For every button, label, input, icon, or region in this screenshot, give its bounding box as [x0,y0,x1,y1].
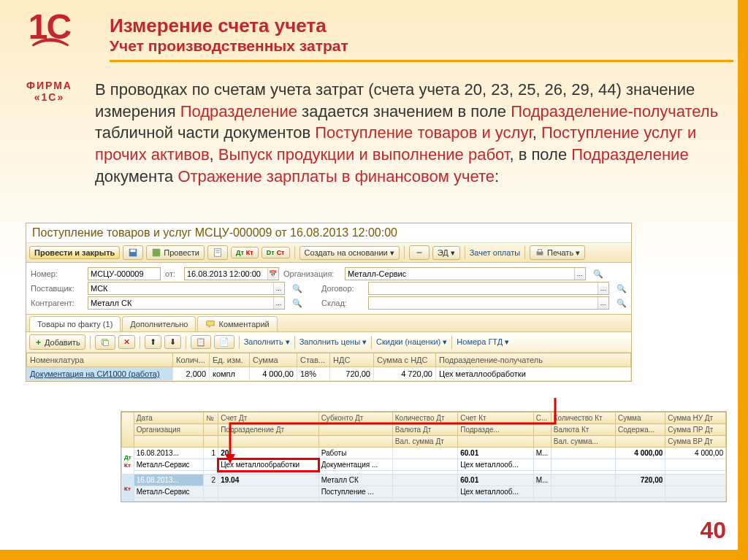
fill-link[interactable]: Заполнить ▾ [244,337,290,347]
cell-qty[interactable]: 2,000 [173,367,210,381]
cell-vat[interactable]: 720,00 [330,367,374,381]
select-icon[interactable]: ... [574,268,584,280]
posting-row[interactable]: ДтКт 16.08.2013... 1 20 Работы 60.01 М..… [122,448,726,459]
cell-num: 2 [204,475,218,486]
col-date[interactable]: Дата [134,413,204,424]
supplier-input[interactable]: МСК... [88,282,285,295]
col-qtydt[interactable]: Количество Дт [392,413,457,424]
search-icon[interactable]: 🔍 [292,284,302,294]
comment-icon [205,319,215,329]
delete-button[interactable]: ✕ [118,335,135,349]
svg-rect-7 [538,250,541,253]
cell-sumvat[interactable]: 4 720,00 [374,367,436,381]
col-sumnu[interactable]: Сумма НУ Дт [665,413,726,424]
attach-button[interactable] [409,245,430,260]
col-unit[interactable]: Ед. изм. [210,353,250,367]
window-title: Поступление товаров и услуг МСЦУ-000009 … [26,223,631,243]
calendar-icon[interactable]: 📅 [267,268,278,280]
cell-sum[interactable]: 4 000,00 [250,367,297,381]
create-based-button[interactable]: Создать на основании ▾ [299,246,400,260]
counterparty-input[interactable]: Металл СК... [88,296,285,310]
down-button[interactable]: ⬇ [164,335,181,349]
cell-accdt: 20 [218,448,318,459]
table-row[interactable]: Документация на СИ1000 (работа) 2,000 ко… [27,367,631,381]
dtkt-button[interactable]: ДтКт [231,247,259,258]
cell-dept[interactable]: Цех металлообработки [436,367,631,381]
clip-button[interactable]: 📄 [214,335,234,349]
col-sumvat[interactable]: Сумма с НДС [374,353,436,367]
col-vat[interactable]: НДС [330,353,374,367]
print-button[interactable]: Печать ▾ [530,245,585,260]
col-deptdt[interactable]: Подразделение Дт [218,424,318,436]
cell-unit[interactable]: компл [210,367,250,381]
col-nomen[interactable]: Номенклатура [27,353,173,367]
paste-button[interactable]: 📋 [191,335,211,349]
col-dept[interactable]: Подразделение-получатель [436,353,631,367]
col-num[interactable]: № [204,413,218,424]
date-input[interactable]: 16.08.2013 12:00:00📅 [184,267,279,280]
postings-table: Дата № Счет Дт Субконто Дт Количество Дт… [121,411,727,502]
col-deptkt[interactable]: Подразде... [458,424,534,436]
search-icon[interactable]: 🔍 [292,299,302,308]
posting-row[interactable] [122,498,726,502]
main-toolbar: Провести и закрыть Провести ДтКт DтCт Со… [26,243,631,263]
col-curdt[interactable]: Валюта Дт [392,424,457,436]
org-input[interactable]: Металл-Сервис... [345,267,586,280]
cell-s: М... [533,475,551,486]
cell-nomen[interactable]: Документация на СИ1000 (работа) [27,367,173,381]
discounts-link[interactable]: Скидки (наценки) ▾ [376,337,447,347]
list-icon [213,248,223,258]
search-icon[interactable]: 🔍 [617,299,627,308]
col-qtykt[interactable]: Количество Кт [551,413,615,424]
cell-sumnu: 4 000,00 [665,448,726,459]
warehouse-input[interactable]: ... [368,296,609,310]
posting-row[interactable]: Металл-Сервис Поступление ... Цех металл… [122,486,726,498]
ed-button[interactable]: ЭД ▾ [432,246,460,260]
post-button[interactable]: Провести [146,245,205,260]
posting-row[interactable]: Металл-Сервис Цех металлообработки Докум… [122,459,726,471]
select-icon[interactable]: ... [273,283,283,294]
col-subdt[interactable]: Субконто Дт [318,413,392,424]
col-sum[interactable]: Сумма [616,413,665,424]
contract-label: Договор: [321,284,364,293]
col-cont[interactable]: Содержа... [616,424,665,436]
tab-additional[interactable]: Дополнительно [122,316,196,331]
cell-s: М... [533,448,551,459]
tab-goods[interactable]: Товары по факту (1) [29,316,121,331]
save-button[interactable] [123,245,143,260]
fill-prices-link[interactable]: Заполнить цены ▾ [299,337,367,347]
number-input[interactable]: МСЦУ-000009 [88,267,161,280]
col-org[interactable]: Организация [134,424,204,436]
col-curkt[interactable]: Валюта Кт [551,424,615,436]
dtct-button[interactable]: DтCт [262,247,290,258]
contract-input[interactable]: ... [368,282,609,295]
copy-button[interactable] [95,335,115,350]
gtd-link[interactable]: Номера ГТД ▾ [457,337,509,347]
col-accdt[interactable]: Счет Дт [218,413,318,424]
add-button[interactable]: ＋Добавить [29,334,85,350]
search-icon[interactable]: 🔍 [617,284,627,294]
search-icon[interactable]: 🔍 [593,269,603,279]
header-divider [110,60,733,62]
post-close-button[interactable]: Провести и закрыть [29,246,120,259]
select-icon[interactable]: ... [598,297,608,309]
tab-comment[interactable]: Комментарий [197,316,277,331]
select-icon[interactable]: ... [273,297,283,309]
col-qty[interactable]: Колич... [173,353,210,367]
col-rate[interactable]: Став... [297,353,330,367]
up-button[interactable]: ⬆ [145,335,161,349]
report-button[interactable] [207,245,228,260]
col-sumvr[interactable]: Сумма ВР Дт [665,436,726,448]
col-acckt[interactable]: Счет Кт [458,413,534,424]
col-valsumkt[interactable]: Вал. сумма... [551,436,615,448]
copy-icon [100,337,110,348]
goods-table: Номенклатура Колич... Ед. изм. Сумма Ста… [26,353,631,381]
select-icon[interactable]: ... [598,283,608,294]
col-s[interactable]: С... [533,413,551,424]
payment-link[interactable]: Зачет оплаты [470,248,520,257]
col-sum[interactable]: Сумма [250,353,297,367]
posting-row[interactable]: Кт 16.08.2013... 2 19.04 Металл СК 60.01… [122,475,726,486]
col-sumpr[interactable]: Сумма ПР Дт [665,424,726,436]
cell-rate[interactable]: 18% [297,367,330,381]
col-valsumdt[interactable]: Вал. сумма Дт [392,436,457,448]
